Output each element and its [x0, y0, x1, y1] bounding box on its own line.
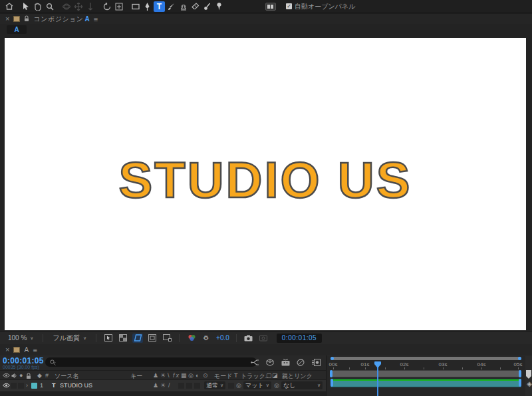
- viewer-tab-composition-a[interactable]: A: [7, 25, 27, 34]
- time-ruler[interactable]: 00s 01s 02s 03s 04s 05s: [327, 361, 525, 369]
- frame-blending-icon[interactable]: [296, 357, 305, 367]
- pan-camera-tool-icon[interactable]: [72, 1, 84, 12]
- lock-icon[interactable]: [24, 15, 29, 23]
- preserve-transparency-box[interactable]: [228, 383, 234, 389]
- track-matte-dropdown[interactable]: マット ∨: [243, 381, 271, 389]
- layer-in-handle[interactable]: [331, 379, 333, 387]
- 3d-switch-icon[interactable]: ⊙: [203, 372, 209, 379]
- adjustment-switch-icon[interactable]: ◐: [196, 372, 200, 379]
- quality-switch-icon[interactable]: \: [168, 372, 171, 379]
- preview-target-icon[interactable]: [103, 334, 114, 343]
- brush-tool-icon[interactable]: [166, 1, 177, 12]
- solo-column-icon[interactable]: ●: [19, 372, 23, 379]
- panel-menu-icon[interactable]: ≡: [33, 346, 37, 354]
- close-panel-icon[interactable]: ×: [5, 15, 9, 23]
- layer-shy-switch[interactable]: ♟: [153, 382, 160, 389]
- timeline-navigator-bar[interactable]: [331, 357, 521, 360]
- label-column-icon[interactable]: ◆: [37, 372, 42, 379]
- matte-toggle-a-icon[interactable]: ▢: [266, 372, 272, 379]
- motion-blur-switch-icon[interactable]: ◎: [188, 372, 195, 379]
- rotation-tool-icon[interactable]: [101, 1, 112, 12]
- layer-out-handle[interactable]: [519, 379, 521, 387]
- audio-toggle-box[interactable]: [11, 383, 17, 389]
- home-icon[interactable]: [3, 1, 15, 12]
- work-area-start-handle[interactable]: [330, 370, 332, 377]
- hide-shy-layers-icon[interactable]: [281, 357, 290, 367]
- selection-tool-icon[interactable]: [20, 1, 31, 12]
- current-time-display[interactable]: 0:00:01:05: [3, 356, 44, 365]
- composition-panel-title[interactable]: コンポジション: [33, 15, 83, 24]
- zoom-tool-icon[interactable]: [44, 1, 55, 12]
- hand-tool-icon[interactable]: [32, 1, 43, 12]
- layer-row-studio-us[interactable]: › 1 T STUDIO US ♟ ☀ / 通常 ∨ ◎ マット: [0, 380, 326, 391]
- region-of-interest-icon[interactable]: [147, 334, 158, 343]
- composition-canvas[interactable]: STUDIO US: [5, 38, 526, 330]
- audio-column-icon[interactable]: [11, 373, 17, 380]
- playhead-line[interactable]: [377, 365, 378, 396]
- layer-visibility-eye-icon[interactable]: [3, 383, 10, 389]
- matte-toggle-b-icon[interactable]: ◪: [272, 372, 278, 379]
- panel-menu-icon[interactable]: ≡: [94, 15, 98, 23]
- snapshot-camera-icon[interactable]: [243, 334, 254, 343]
- timeline-tab-label[interactable]: A: [24, 346, 29, 353]
- frame-blend-switch-icon[interactable]: ▦: [181, 372, 188, 379]
- layer-name[interactable]: STUDIO US: [60, 382, 92, 389]
- pan-behind-tool-icon[interactable]: [113, 1, 124, 12]
- draft-3d-icon[interactable]: [265, 357, 275, 367]
- studio-us-text-layer[interactable]: STUDIO US: [119, 155, 412, 205]
- parent-link-dropdown[interactable]: なし ∨: [281, 381, 323, 389]
- transparency-grid-icon[interactable]: [118, 334, 128, 343]
- switch-box[interactable]: [178, 383, 184, 389]
- eraser-tool-icon[interactable]: [190, 1, 201, 12]
- layer-number-column[interactable]: #: [45, 372, 49, 379]
- type-tool-icon[interactable]: T: [154, 1, 165, 12]
- auto-open-panels-checkbox[interactable]: ✓: [286, 3, 292, 9]
- preview-timecode-field[interactable]: 0:00:01:05: [277, 334, 322, 343]
- matte-pick-whip-icon[interactable]: ◎: [236, 382, 241, 389]
- pen-tool-icon[interactable]: [142, 1, 153, 12]
- dolly-camera-tool-icon[interactable]: [84, 1, 96, 12]
- comp-marker-icon[interactable]: ◈: [527, 380, 532, 387]
- playhead-handle[interactable]: [374, 361, 381, 368]
- switch-box[interactable]: [194, 383, 200, 389]
- layer-duration-bar[interactable]: [331, 379, 521, 387]
- navigator-end-handle[interactable]: [518, 357, 521, 360]
- video-column-icon[interactable]: [3, 373, 10, 379]
- resolution-dropdown[interactable]: フル画質 ∨: [50, 333, 89, 343]
- exposure-gear-icon[interactable]: ⚙: [201, 334, 211, 343]
- fx-switch-icon[interactable]: fx: [173, 372, 180, 379]
- work-area-bar[interactable]: [330, 370, 521, 377]
- composition-name[interactable]: A: [85, 15, 90, 23]
- grid-guides-options-icon[interactable]: [162, 334, 172, 343]
- layer-collapse-switch[interactable]: ☀: [160, 382, 167, 389]
- motion-blur-icon[interactable]: [311, 357, 321, 367]
- switch-box[interactable]: [186, 383, 192, 389]
- solo-toggle-box[interactable]: [18, 383, 24, 389]
- show-snapshot-icon[interactable]: [258, 334, 269, 343]
- work-area-end-handle[interactable]: [519, 370, 521, 377]
- rectangle-tool-icon[interactable]: [130, 1, 141, 12]
- magnification-dropdown[interactable]: 100 % ∨: [5, 333, 36, 343]
- orbit-camera-tool-icon[interactable]: [61, 1, 72, 12]
- puppet-pin-tool-icon[interactable]: [213, 1, 225, 12]
- shy-switch-icon[interactable]: ♟: [153, 372, 160, 379]
- twirl-arrow-icon[interactable]: ›: [26, 382, 28, 389]
- layer-label-color-chip[interactable]: [31, 383, 37, 389]
- mask-visibility-toggle-icon[interactable]: [132, 334, 143, 343]
- clone-stamp-tool-icon[interactable]: [178, 1, 189, 12]
- navigator-start-handle[interactable]: [331, 357, 334, 360]
- show-channel-icon[interactable]: [186, 334, 197, 343]
- comp-marker-bin[interactable]: [526, 370, 531, 379]
- parent-pick-whip-icon[interactable]: ◎: [274, 382, 279, 389]
- toggle-panels-icon[interactable]: [265, 3, 276, 11]
- exposure-value[interactable]: +0.0: [216, 334, 229, 342]
- layer-quality-switch[interactable]: /: [168, 382, 172, 389]
- roto-brush-tool-icon[interactable]: [201, 1, 213, 12]
- layer-search-input[interactable]: [45, 357, 257, 367]
- mini-flowchart-icon[interactable]: [250, 357, 259, 367]
- blend-mode-dropdown[interactable]: 通常 ∨: [204, 381, 225, 389]
- collapse-switch-icon[interactable]: ☀: [160, 372, 167, 379]
- close-panel-icon[interactable]: ×: [5, 346, 9, 353]
- preserve-transparency-column[interactable]: T: [234, 372, 238, 379]
- auto-open-panels-option[interactable]: ✓ 自動オープンパネル: [286, 2, 355, 11]
